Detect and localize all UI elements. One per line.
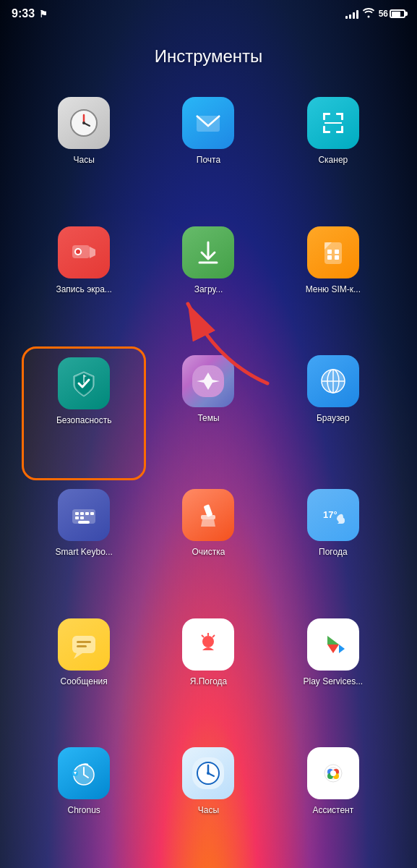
app-play[interactable]: Play Services... (271, 610, 395, 739)
app-record-label: Запись экра... (56, 284, 111, 294)
app-scanner[interactable]: Сканер (271, 88, 395, 218)
svg-rect-40 (78, 521, 90, 524)
svg-rect-23 (335, 255, 339, 260)
app-assistant[interactable]: Ассистент (271, 739, 395, 868)
app-themes-label: Темы (197, 413, 219, 423)
svg-rect-38 (75, 516, 79, 519)
app-scanner-label: Сканер (318, 155, 348, 165)
svg-rect-36 (85, 512, 89, 515)
app-security[interactable]: Безопасность (22, 346, 146, 480)
clock-icon (58, 97, 110, 149)
status-left: 9:33 ⚑ (12, 7, 48, 20)
app-clock2[interactable]: Часы (146, 739, 270, 868)
app-grid: Часы Почта (0, 88, 417, 868)
app-clock-label: Часы (74, 155, 95, 165)
app-record[interactable]: Запись экра... (22, 218, 146, 347)
svg-rect-42 (201, 515, 215, 519)
wifi-icon (363, 8, 374, 20)
app-security-label: Безопасность (56, 415, 112, 425)
app-chronus[interactable]: Chronus (22, 739, 146, 868)
app-yaweather-label: Я.Погода (190, 676, 228, 686)
svg-rect-10 (323, 126, 325, 133)
app-play-label: Play Services... (303, 676, 363, 686)
sim-icon (307, 226, 359, 278)
mail-icon (182, 97, 234, 149)
app-download[interactable]: Загру... (146, 218, 270, 347)
yaweather-icon (182, 618, 234, 671)
svg-rect-21 (335, 250, 339, 254)
app-sim-label: Меню SIM-к... (306, 284, 361, 294)
app-yaweather[interactable]: Я.Погода (146, 610, 270, 739)
svg-rect-22 (327, 255, 332, 260)
browser-icon (307, 355, 359, 407)
app-chronus-label: Chronus (67, 805, 100, 815)
battery-icon: 56 (379, 9, 405, 19)
svg-point-66 (207, 772, 210, 775)
weather-icon: 17° (307, 489, 359, 541)
svg-point-17 (76, 250, 80, 254)
svg-text:17°: 17° (323, 509, 338, 520)
status-bar: 9:33 ⚑ 56 (0, 0, 417, 25)
app-browser-label: Браузер (317, 413, 350, 423)
cleaner-icon (182, 489, 234, 541)
chronus-icon (58, 747, 110, 799)
svg-rect-45 (72, 636, 95, 653)
svg-point-74 (330, 770, 336, 776)
signal-icon (345, 9, 358, 19)
svg-point-50 (202, 636, 214, 647)
themes-icon (182, 355, 234, 407)
svg-rect-37 (90, 512, 94, 515)
app-cleaner-label: Очистка (192, 547, 225, 557)
svg-rect-6 (323, 113, 325, 120)
svg-marker-46 (74, 653, 82, 659)
clock2-icon (182, 747, 234, 799)
svg-rect-35 (80, 512, 84, 515)
svg-point-3 (82, 122, 85, 124)
app-download-label: Загру... (194, 284, 223, 294)
scanner-icon (307, 97, 359, 149)
svg-rect-47 (77, 641, 91, 643)
svg-rect-34 (75, 512, 79, 515)
page-title: Инструменты (0, 46, 417, 67)
svg-marker-43 (201, 519, 215, 527)
app-cleaner[interactable]: Очистка (146, 480, 270, 610)
app-mail-label: Почта (197, 155, 220, 165)
battery-level: 56 (379, 9, 388, 19)
app-weather-label: Погода (319, 547, 348, 557)
download-icon (182, 226, 234, 278)
security-icon (58, 357, 110, 409)
app-messages[interactable]: Сообщения (22, 610, 146, 739)
app-weather[interactable]: 17° Погода (271, 480, 395, 610)
app-mail[interactable]: Почта (146, 88, 270, 218)
app-clock[interactable]: Часы (22, 88, 146, 218)
app-themes[interactable]: Темы (146, 346, 270, 480)
svg-marker-15 (90, 247, 95, 258)
svg-rect-48 (77, 645, 87, 647)
app-browser[interactable]: Браузер (271, 346, 395, 480)
keyboard-icon (58, 489, 110, 541)
app-clock2-label: Часы (198, 805, 219, 815)
play-icon (307, 618, 359, 671)
svg-rect-20 (327, 250, 332, 254)
svg-rect-39 (80, 516, 84, 519)
svg-rect-8 (341, 113, 343, 120)
assistant-icon (307, 747, 359, 799)
app-keyboard-label: Smart Keybo... (55, 547, 112, 557)
app-assistant-label: Ассистент (312, 805, 353, 815)
svg-rect-12 (341, 126, 343, 133)
messages-icon (58, 618, 110, 671)
status-right: 56 (345, 8, 405, 20)
notification-icon: ⚑ (39, 9, 48, 20)
record-icon (58, 226, 110, 278)
app-keyboard[interactable]: Smart Keybo... (22, 480, 146, 610)
app-messages-label: Сообщения (61, 676, 108, 686)
app-sim[interactable]: Меню SIM-к... (271, 218, 395, 347)
status-time: 9:33 (12, 7, 35, 20)
